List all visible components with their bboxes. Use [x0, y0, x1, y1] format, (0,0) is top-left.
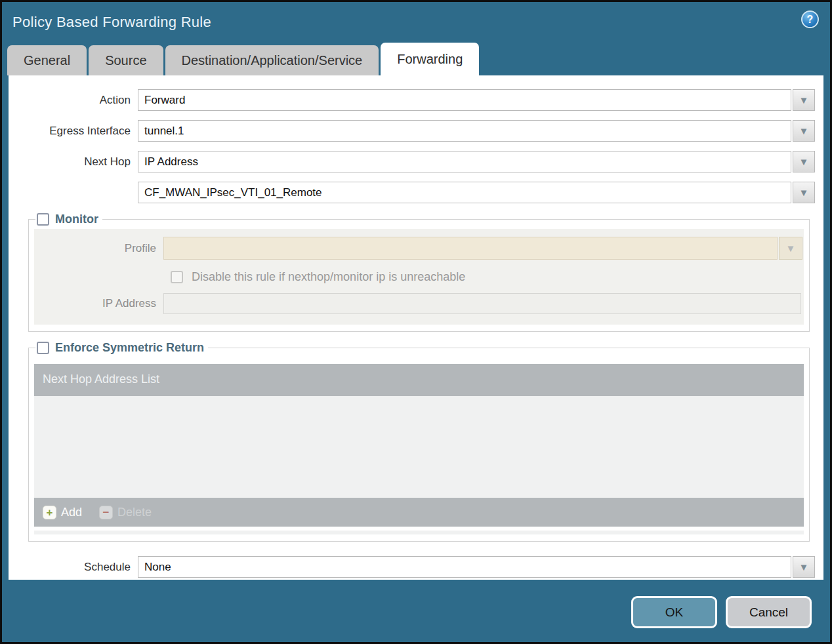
profile-label: Profile — [34, 242, 163, 255]
chevron-down-icon: ▼ — [799, 95, 809, 105]
next-hop-address-list-toolbar: + Add − Delete — [34, 498, 804, 527]
tab-source[interactable]: Source — [89, 45, 163, 75]
delete-icon: − — [99, 506, 113, 519]
chevron-down-icon: ▼ — [799, 562, 809, 572]
tab-forwarding[interactable]: Forwarding — [381, 43, 479, 75]
monitor-checkbox[interactable] — [37, 213, 49, 226]
enforce-symmetric-return-checkbox[interactable] — [37, 342, 49, 354]
table-bottom-strip — [34, 531, 804, 534]
help-icon[interactable]: ? — [801, 10, 819, 28]
forwarding-tab-panel: Action ▼ Egress Interface ▼ Next Hop ▼ — [9, 75, 823, 580]
tab-bar: General Source Destination/Application/S… — [2, 43, 830, 75]
next-hop-address-input[interactable] — [138, 182, 791, 203]
action-input[interactable] — [138, 89, 791, 111]
enforce-symmetric-return-fieldset: Enforce Symmetric Return Next Hop Addres… — [28, 341, 810, 542]
disable-rule-row: Disable this rule if nexthop/monitor ip … — [171, 270, 804, 284]
dialog-titlebar: Policy Based Forwarding Rule ? — [2, 2, 830, 43]
egress-interface-dropdown-button[interactable]: ▼ — [793, 120, 815, 142]
schedule-combo: ▼ — [138, 556, 815, 578]
next-hop-row: Next Hop ▼ — [9, 151, 815, 172]
enforce-symmetric-return-legend: Enforce Symmetric Return — [35, 341, 208, 355]
next-hop-type-dropdown-button[interactable]: ▼ — [793, 151, 815, 172]
dialog-title: Policy Based Forwarding Rule — [2, 2, 830, 31]
next-hop-address-list-header: Next Hop Address List — [34, 364, 804, 396]
action-label: Action — [9, 94, 138, 107]
egress-interface-label: Egress Interface — [9, 125, 138, 138]
next-hop-type-combo: ▼ — [138, 151, 815, 172]
schedule-input[interactable] — [138, 556, 791, 578]
chevron-down-icon: ▼ — [799, 157, 809, 167]
next-hop-address-list-body — [34, 396, 804, 498]
next-hop-address-combo: ▼ — [138, 182, 815, 203]
monitor-fieldset: Monitor Profile ▼ Disable this rule if n… — [28, 212, 810, 332]
ok-button[interactable]: OK — [631, 596, 717, 628]
add-button-label: Add — [61, 506, 82, 519]
delete-button-label: Delete — [117, 506, 152, 519]
profile-dropdown-button: ▼ — [779, 237, 802, 260]
monitor-disabled-panel: Profile ▼ Disable this rule if nexthop/m… — [34, 229, 804, 325]
monitor-ip-address-input — [163, 293, 801, 314]
monitor-legend: Monitor — [35, 212, 102, 226]
chevron-down-icon: ▼ — [799, 126, 809, 136]
action-row: Action ▼ — [9, 89, 815, 111]
profile-combo: ▼ — [163, 237, 802, 260]
action-dropdown-button[interactable]: ▼ — [793, 89, 815, 111]
next-hop-address-row: ▼ — [9, 182, 815, 203]
chevron-down-icon: ▼ — [786, 243, 796, 253]
monitor-legend-label: Monitor — [55, 212, 98, 226]
egress-interface-input[interactable] — [138, 120, 791, 142]
cancel-button[interactable]: Cancel — [726, 596, 812, 628]
next-hop-type-input[interactable] — [138, 151, 791, 172]
enforce-symmetric-return-legend-label: Enforce Symmetric Return — [55, 341, 204, 355]
profile-input — [163, 237, 778, 260]
schedule-label: Schedule — [9, 561, 138, 574]
next-hop-label: Next Hop — [9, 155, 138, 169]
tab-destination-application-service[interactable]: Destination/Application/Service — [165, 45, 379, 75]
delete-button: − Delete — [99, 506, 152, 519]
chevron-down-icon: ▼ — [799, 188, 809, 197]
next-hop-address-list-table: Next Hop Address List + Add − Delete — [34, 364, 804, 527]
monitor-ip-address-row: IP Address — [34, 293, 804, 314]
next-hop-address-dropdown-button[interactable]: ▼ — [793, 182, 815, 203]
disable-rule-label: Disable this rule if nexthop/monitor ip … — [192, 270, 465, 284]
egress-interface-row: Egress Interface ▼ — [9, 120, 815, 142]
disable-rule-checkbox — [171, 271, 183, 283]
profile-row: Profile ▼ — [34, 237, 804, 260]
schedule-row: Schedule ▼ — [9, 556, 815, 578]
action-combo: ▼ — [138, 89, 815, 111]
dialog-footer: OK Cancel — [2, 582, 830, 642]
monitor-ip-address-label: IP Address — [34, 297, 163, 310]
add-button[interactable]: + Add — [43, 506, 82, 519]
tab-general[interactable]: General — [7, 45, 87, 75]
schedule-dropdown-button[interactable]: ▼ — [793, 556, 815, 578]
egress-interface-combo: ▼ — [138, 120, 815, 142]
add-icon: + — [43, 506, 56, 519]
policy-based-forwarding-dialog: Policy Based Forwarding Rule ? General S… — [0, 0, 832, 644]
